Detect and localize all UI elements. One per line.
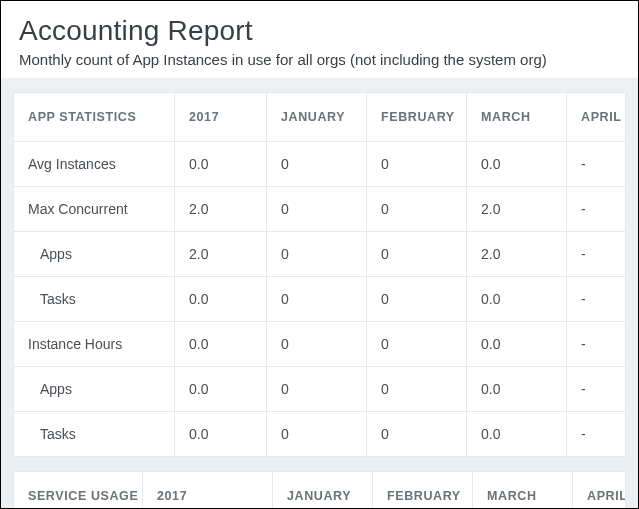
cell-value: 2.0: [467, 187, 567, 232]
table-row: Max Concurrent2.0002.0-: [13, 187, 626, 232]
row-label: Avg Instances: [13, 142, 175, 187]
table-row: Tasks0.0000.0-: [13, 277, 626, 322]
cell-value: 0: [367, 412, 467, 457]
cell-value: 0: [367, 142, 467, 187]
cell-value: 0.0: [467, 322, 567, 367]
cell-value: -: [567, 367, 626, 412]
cell-value: 0: [267, 187, 367, 232]
cell-value: 0: [267, 322, 367, 367]
cell-value: -: [567, 187, 626, 232]
col-header-february: FEBRUARY: [367, 92, 467, 142]
table-row: Instance Hours0.0000.0-: [13, 322, 626, 367]
cell-value: 0.0: [175, 412, 267, 457]
cell-value: 0.0: [467, 277, 567, 322]
col-header-april: APRIL: [567, 92, 626, 142]
page-subtitle: Monthly count of App Instances in use fo…: [19, 51, 620, 68]
col-header-april: APRIL: [573, 471, 626, 509]
cell-value: 0.0: [175, 322, 267, 367]
cell-value: -: [567, 322, 626, 367]
cell-value: 0.0: [467, 142, 567, 187]
cell-value: 0: [367, 322, 467, 367]
row-label: Apps: [13, 367, 175, 412]
col-header-january: JANUARY: [273, 471, 373, 509]
content-area: APP STATISTICS 2017 JANUARY FEBRUARY MAR…: [1, 78, 638, 509]
row-label: Tasks: [13, 277, 175, 322]
table-header-row: APP STATISTICS 2017 JANUARY FEBRUARY MAR…: [13, 92, 626, 142]
page-title: Accounting Report: [19, 15, 620, 47]
col-header-february: FEBRUARY: [373, 471, 473, 509]
cell-value: 0: [267, 367, 367, 412]
table-row: Tasks0.0000.0-: [13, 412, 626, 457]
row-label: Tasks: [13, 412, 175, 457]
cell-value: 0.0: [175, 367, 267, 412]
cell-value: -: [567, 232, 626, 277]
app-statistics-table: APP STATISTICS 2017 JANUARY FEBRUARY MAR…: [13, 92, 626, 457]
cell-value: 0: [367, 277, 467, 322]
cell-value: -: [567, 277, 626, 322]
row-label: Apps: [13, 232, 175, 277]
cell-value: 0: [367, 187, 467, 232]
cell-value: -: [567, 142, 626, 187]
table-row: Apps0.0000.0-: [13, 367, 626, 412]
table-row: Avg Instances0.0000.0-: [13, 142, 626, 187]
row-label: Max Concurrent: [13, 187, 175, 232]
cell-value: 0.0: [467, 412, 567, 457]
service-usage-table: SERVICE USAGE 2017 JANUARY FEBRUARY MARC…: [13, 471, 626, 509]
col-header-march: MARCH: [473, 471, 573, 509]
col-header-january: JANUARY: [267, 92, 367, 142]
cell-value: 0.0: [175, 277, 267, 322]
cell-value: 0: [267, 412, 367, 457]
table-row: Apps2.0002.0-: [13, 232, 626, 277]
cell-value: 2.0: [175, 187, 267, 232]
cell-value: 0: [267, 142, 367, 187]
cell-value: 2.0: [467, 232, 567, 277]
cell-value: 0.0: [467, 367, 567, 412]
cell-value: -: [567, 412, 626, 457]
cell-value: 0: [367, 367, 467, 412]
cell-value: 0: [267, 232, 367, 277]
col-header-year: 2017: [143, 471, 273, 509]
row-label: Instance Hours: [13, 322, 175, 367]
cell-value: 0.0: [175, 142, 267, 187]
table-header-row: SERVICE USAGE 2017 JANUARY FEBRUARY MARC…: [13, 471, 626, 509]
col-header-service-usage: SERVICE USAGE: [13, 471, 143, 509]
cell-value: 0: [267, 277, 367, 322]
cell-value: 0: [367, 232, 467, 277]
report-header: Accounting Report Monthly count of App I…: [1, 1, 638, 78]
col-header-statistics: APP STATISTICS: [13, 92, 175, 142]
col-header-year: 2017: [175, 92, 267, 142]
col-header-march: MARCH: [467, 92, 567, 142]
cell-value: 2.0: [175, 232, 267, 277]
